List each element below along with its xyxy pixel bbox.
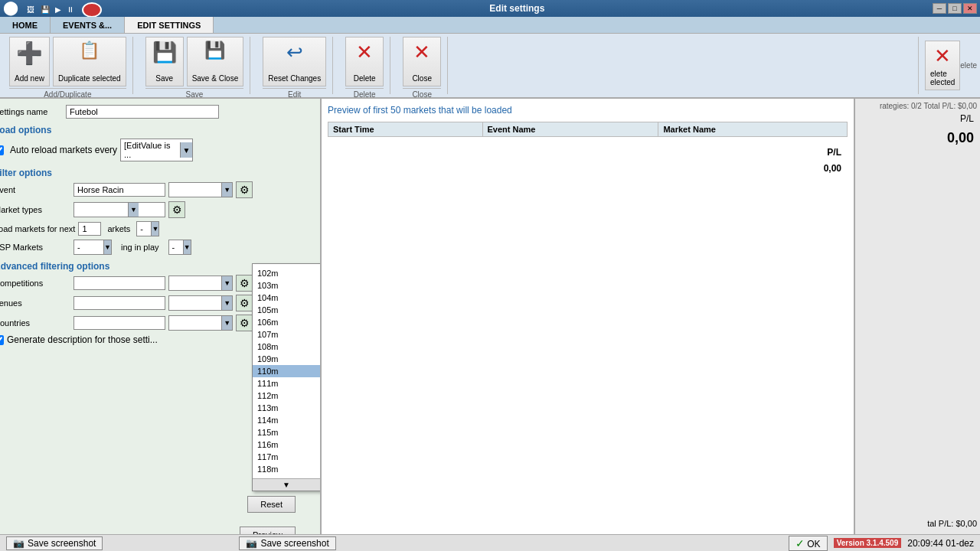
- event-dropdown-arrow[interactable]: ▼: [221, 183, 232, 197]
- window-close-button[interactable]: ✕: [963, 3, 977, 14]
- app-icon: [82, 2, 102, 18]
- dropdown-scroll[interactable]: 100m101m102m103m104m105m106m107m108m109m…: [253, 264, 320, 478]
- add-new-icon: ➕: [16, 41, 43, 66]
- toolbar-icon2[interactable]: 💾: [41, 5, 50, 14]
- load-markets-arrow[interactable]: ▼: [151, 222, 158, 236]
- tab-edit-settings[interactable]: EDIT SETTINGS: [125, 17, 214, 33]
- bottom-bar: 📷 Save screenshot 📷 Save screenshot ✓ OK…: [0, 534, 980, 551]
- countries-input[interactable]: [74, 316, 165, 330]
- dialog-title: Edit settings: [489, 3, 544, 14]
- competitions-label: Competitions: [0, 279, 70, 288]
- dropdown-item-112m[interactable]: 112m: [253, 390, 320, 402]
- auto-reload-arrow[interactable]: ▼: [180, 142, 192, 158]
- markets-unit: arkets: [104, 224, 133, 233]
- venues-arrow[interactable]: ▼: [221, 296, 232, 310]
- dropdown-item-105m[interactable]: 105m: [253, 304, 320, 316]
- event-input[interactable]: [74, 183, 165, 197]
- competitions-input[interactable]: [74, 276, 165, 290]
- save-screenshot-btn2[interactable]: 📷 Save screenshot: [239, 536, 335, 550]
- event-dropdown[interactable]: ▼: [168, 182, 233, 197]
- preview-panel: Preview of first 50 markets that will be…: [322, 99, 854, 551]
- competitions-dropdown[interactable]: ▼: [168, 276, 233, 291]
- far-right-delete-group: ✕ eleteelected elete: [918, 37, 977, 94]
- toolbar-icon1[interactable]: 🖼: [27, 5, 34, 14]
- dropdown-item-103m[interactable]: 103m: [253, 279, 320, 292]
- ribbon-group-edit: ↩ Reset Changes Edit: [256, 37, 333, 94]
- reset-changes-button[interactable]: ↩ Reset Changes: [263, 37, 326, 86]
- dropdown-item-117m[interactable]: 117m: [253, 451, 320, 463]
- dropdown-item-110m[interactable]: 110m: [253, 365, 320, 377]
- dropdown-item-104m[interactable]: 104m: [253, 292, 320, 304]
- dropdown-item-114m[interactable]: 114m: [253, 414, 320, 426]
- duplicate-selected-button[interactable]: 📋 Duplicate selected: [53, 37, 126, 86]
- save-screenshot-btn[interactable]: 📷 Save screenshot: [6, 536, 103, 550]
- save-label: Save: [155, 74, 173, 83]
- generate-desc-checkbox[interactable]: [0, 335, 4, 345]
- venues-dropdown[interactable]: ▼: [168, 295, 233, 311]
- reset-button[interactable]: Reset: [247, 496, 296, 513]
- content-area: MARKETS (0/0) Show Delete Group by ▶ 📋 ✕…: [0, 99, 980, 551]
- ok-button[interactable]: ✓ OK: [789, 536, 827, 551]
- in-play-arrow[interactable]: ▼: [183, 240, 191, 254]
- dropdown-item-115m[interactable]: 115m: [253, 426, 320, 439]
- settings-name-label: Settings name: [0, 107, 63, 116]
- tab-home[interactable]: HOME: [0, 17, 51, 33]
- market-types-arrow[interactable]: ▼: [128, 203, 139, 217]
- market-types-dropdown[interactable]: ▼: [74, 202, 165, 217]
- dropdown-item-109m[interactable]: 109m: [253, 353, 320, 365]
- maximize-button[interactable]: □: [948, 3, 962, 14]
- save-close-button[interactable]: 💾 Save & Close: [187, 37, 244, 86]
- far-delete-button[interactable]: ✕ eleteelected: [925, 41, 960, 90]
- duplicate-icon: 📋: [79, 41, 100, 60]
- tab-events[interactable]: EVENTS &...: [51, 17, 125, 33]
- dropdown-item-106m[interactable]: 106m: [253, 316, 320, 328]
- right-panel: rategies: 0/2 Total P/L: $0,00 P/L 0,00 …: [854, 99, 980, 551]
- dropdown-item-111m[interactable]: 111m: [253, 377, 320, 390]
- delete-button[interactable]: ✕ Delete: [345, 37, 384, 86]
- dropdown-item-108m[interactable]: 108m: [253, 341, 320, 353]
- ribbon-buttons-save: 💾 Save 💾 Save & Close: [145, 37, 244, 86]
- bsp-arrow[interactable]: ▼: [103, 240, 111, 254]
- ribbon-group-close-label: Close: [403, 88, 441, 99]
- bsp-dropdown[interactable]: - ▼: [74, 240, 112, 255]
- screenshot-icon2: 📷: [246, 538, 257, 549]
- in-play-dropdown[interactable]: - ▼: [168, 240, 191, 255]
- competitions-gear[interactable]: ⚙: [236, 275, 253, 292]
- scroll-down-btn[interactable]: ▼: [253, 478, 320, 491]
- venues-gear[interactable]: ⚙: [236, 295, 253, 311]
- dropdown-list[interactable]: 100m101m102m103m104m105m106m107m108m109m…: [252, 263, 321, 491]
- countries-dropdown[interactable]: ▼: [168, 315, 233, 331]
- dropdown-item-102m[interactable]: 102m: [253, 267, 320, 279]
- in-play-label: ing in play: [115, 243, 165, 252]
- countries-gear[interactable]: ⚙: [236, 315, 253, 331]
- load-markets-input[interactable]: [78, 222, 101, 236]
- dropdown-item-118m[interactable]: 118m: [253, 463, 320, 475]
- col-event-name: Event Name: [482, 122, 658, 137]
- settings-name-input[interactable]: [66, 105, 219, 119]
- event-gear-btn[interactable]: ⚙: [236, 181, 253, 198]
- load-markets-dropdown[interactable]: - ▼: [136, 221, 159, 236]
- minimize-button[interactable]: ─: [933, 3, 946, 14]
- main-content: Settings name Load options Auto reload m…: [0, 99, 980, 551]
- save-button[interactable]: 💾 Save: [145, 37, 184, 86]
- dropdown-item-113m[interactable]: 113m: [253, 402, 320, 414]
- close-icon: ✕: [413, 41, 430, 64]
- add-new-button[interactable]: ➕ Add new: [9, 37, 50, 86]
- save-screenshot-label2: Save screenshot: [260, 538, 328, 549]
- countries-arrow[interactable]: ▼: [221, 316, 232, 330]
- settings-panel: Settings name Load options Auto reload m…: [0, 99, 322, 551]
- in-play-val: -: [169, 243, 183, 252]
- auto-reload-checkbox[interactable]: [0, 145, 4, 155]
- market-types-gear[interactable]: ⚙: [168, 201, 185, 218]
- dropdown-item-116m[interactable]: 116m: [253, 439, 320, 451]
- right-pl-value: 0,00: [858, 127, 977, 149]
- competitions-arrow[interactable]: ▼: [221, 276, 232, 290]
- window-controls[interactable]: ─ □ ✕: [933, 3, 977, 14]
- auto-reload-dropdown[interactable]: [EditValue is ... ▼: [120, 139, 193, 161]
- toolbar-icon4[interactable]: ⏸: [67, 5, 74, 14]
- toolbar-icon3[interactable]: ▶: [55, 5, 61, 14]
- far-delete-icon: ✕: [934, 44, 951, 68]
- close-content-button[interactable]: ✕ Close: [403, 37, 441, 86]
- dropdown-item-107m[interactable]: 107m: [253, 328, 320, 341]
- venues-input[interactable]: [74, 296, 165, 310]
